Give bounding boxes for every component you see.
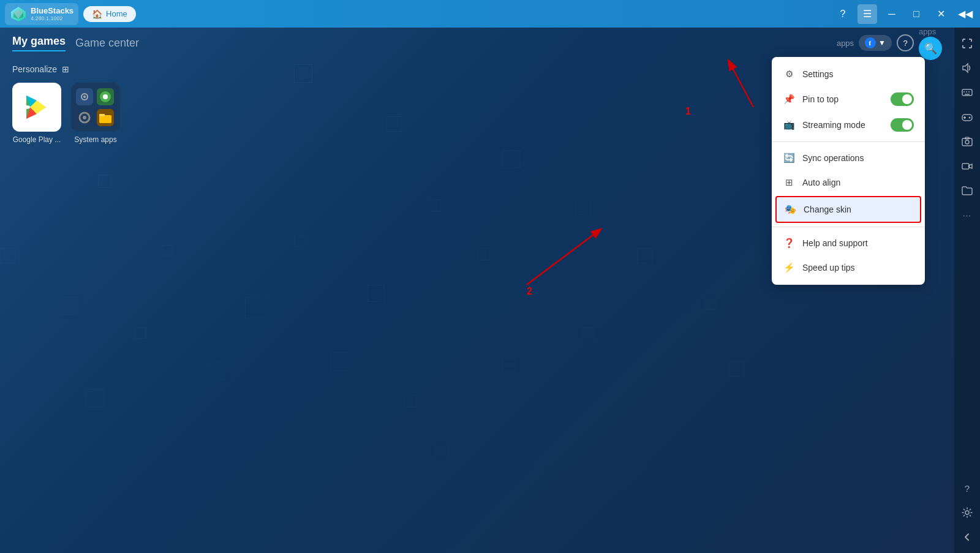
- facebook-icon: f: [865, 37, 876, 48]
- menu-settings[interactable]: ⚙ Settings: [772, 62, 925, 86]
- change-skin-icon: 🎭: [784, 203, 796, 216]
- menu-streaming-mode[interactable]: 📺 Streaming mode: [772, 112, 925, 138]
- gamepad-button[interactable]: [956, 106, 978, 128]
- google-play-label: Google Play ...: [13, 135, 61, 144]
- minimize-button[interactable]: ─: [882, 4, 902, 24]
- screenshot-button[interactable]: [956, 130, 978, 152]
- bluestacks-name: BlueStacks 4.280.1.1002: [31, 6, 74, 22]
- video-icon: [961, 160, 973, 172]
- content-area: My games Game center apps f ▼ ? apps 🔍: [0, 28, 954, 553]
- auto-align-label: Auto align: [802, 178, 914, 187]
- menu-help-support[interactable]: ❓ Help and support: [772, 231, 925, 255]
- folder-button[interactable]: [956, 179, 978, 201]
- menu-sync-operations[interactable]: 🔄 Sync operations: [772, 146, 925, 170]
- annotation-badge-1: 1: [685, 106, 691, 117]
- system-apps-icon-wrap: [71, 83, 120, 132]
- top-bar: My games Game center apps f ▼ ? apps 🔍: [0, 28, 954, 58]
- video-button[interactable]: [956, 155, 978, 177]
- folder-icon: [961, 184, 973, 197]
- svg-rect-34: [962, 164, 969, 169]
- svg-marker-35: [969, 164, 972, 168]
- keyboard-icon: [961, 86, 973, 99]
- keyboard-button[interactable]: [956, 81, 978, 103]
- divider-1: [772, 141, 925, 142]
- menu-pin-to-top[interactable]: 📌 Pin to top: [772, 86, 925, 112]
- tab-my-games[interactable]: My games: [12, 35, 66, 51]
- hamburger-button[interactable]: ☰: [858, 4, 877, 24]
- app-system-apps[interactable]: System apps: [71, 83, 120, 144]
- collapse-button[interactable]: ◀◀: [956, 4, 975, 24]
- home-tab-label: Home: [106, 9, 127, 18]
- personalize-label: Personalize: [12, 64, 57, 74]
- help-sidebar-icon: ?: [965, 483, 970, 494]
- grid-icon[interactable]: ⊞: [62, 64, 69, 74]
- fullscreen-icon: [961, 37, 973, 50]
- top-bar-right: apps f ▼ ? apps 🔍: [837, 28, 942, 60]
- title-bar: BlueStacks 4.280.1.1002 🏠 Home ? ☰ ─ □ ✕…: [0, 0, 980, 28]
- fullscreen-button[interactable]: [956, 32, 978, 55]
- pin-to-top-toggle[interactable]: [891, 92, 914, 106]
- more-button[interactable]: ···: [956, 204, 978, 226]
- title-bar-left: BlueStacks 4.280.1.1002 🏠 Home: [5, 3, 136, 25]
- volume-icon: [961, 62, 973, 74]
- right-sidebar: ··· ?: [954, 28, 980, 553]
- menu-change-skin[interactable]: 🎭 Change skin: [775, 196, 921, 223]
- svg-point-13: [103, 94, 108, 99]
- settings-sidebar-button[interactable]: [956, 502, 978, 524]
- home-tab[interactable]: 🏠 Home: [83, 6, 136, 22]
- svg-point-30: [969, 117, 971, 119]
- system-icon-1: [76, 88, 93, 105]
- apps-text: apps: [837, 39, 854, 48]
- auto-align-icon: ⊞: [783, 176, 795, 189]
- svg-rect-31: [962, 138, 972, 146]
- close-button[interactable]: ✕: [931, 4, 951, 24]
- speed-up-icon: ⚡: [783, 261, 795, 274]
- app-google-play[interactable]: Google Play ...: [12, 83, 61, 144]
- settings-sidebar-icon: [961, 506, 973, 519]
- help-button[interactable]: ?: [833, 4, 853, 24]
- svg-point-36: [965, 511, 969, 514]
- tab-game-center[interactable]: Game center: [75, 37, 139, 50]
- title-bar-controls: ? ☰ ─ □ ✕ ◀◀: [833, 4, 975, 24]
- svg-marker-21: [963, 64, 968, 72]
- back-sidebar-button[interactable]: [956, 526, 978, 548]
- svg-point-32: [965, 140, 969, 144]
- screenshot-icon: [961, 135, 973, 148]
- dropdown-menu: ⚙ Settings 📌 Pin to top 📺 Streaming mode…: [772, 57, 925, 285]
- svg-point-11: [83, 96, 86, 98]
- logo-icon: [10, 6, 27, 23]
- main-layout: My games Game center apps f ▼ ? apps 🔍: [0, 28, 980, 553]
- system-icon-4: [97, 109, 114, 126]
- help-button-top[interactable]: ?: [897, 34, 914, 51]
- help-support-label: Help and support: [802, 238, 914, 248]
- volume-button[interactable]: [956, 57, 978, 79]
- more-icon: ···: [963, 211, 971, 220]
- maximize-button[interactable]: □: [907, 4, 926, 24]
- google-play-icon: [21, 92, 52, 122]
- sync-icon: 🔄: [783, 152, 795, 164]
- bluestacks-logo[interactable]: BlueStacks 4.280.1.1002: [5, 3, 78, 25]
- help-sidebar-button[interactable]: ?: [956, 477, 978, 499]
- svg-rect-17: [99, 114, 105, 116]
- pin-to-top-label: Pin to top: [802, 94, 883, 104]
- back-sidebar-icon: [961, 531, 973, 543]
- menu-speed-up-tips[interactable]: ⚡ Speed up tips: [772, 255, 925, 280]
- speed-up-tips-label: Speed up tips: [802, 263, 914, 273]
- system-icon-2: [97, 88, 114, 105]
- streaming-mode-toggle[interactable]: [891, 118, 914, 132]
- home-icon: 🏠: [92, 9, 102, 19]
- settings-label: Settings: [802, 69, 914, 79]
- settings-icon: ⚙: [783, 68, 795, 80]
- svg-point-15: [83, 116, 86, 119]
- system-icon-3: [76, 109, 93, 126]
- help-support-icon: ❓: [783, 237, 795, 249]
- facebook-button[interactable]: f ▼: [859, 35, 892, 51]
- gamepad-icon: [961, 111, 973, 123]
- pin-icon: 📌: [783, 93, 795, 105]
- search-button[interactable]: 🔍: [919, 37, 942, 60]
- sync-operations-label: Sync operations: [802, 153, 914, 163]
- menu-auto-align[interactable]: ⊞ Auto align: [772, 170, 925, 195]
- change-skin-label: Change skin: [804, 205, 913, 214]
- google-play-icon-wrap: [12, 83, 61, 132]
- apps-label-2: apps: [919, 28, 936, 36]
